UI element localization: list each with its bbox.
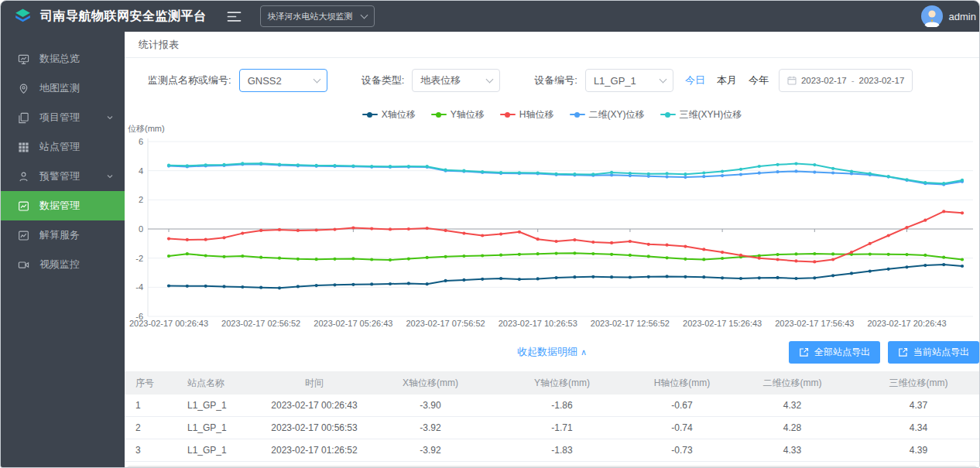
table-cell: L1_GP_1 xyxy=(183,439,256,462)
monitor-point-value: GNSS2 xyxy=(248,75,282,87)
svg-text:2023-02-17 10:26:53: 2023-02-17 10:26:53 xyxy=(499,319,577,328)
table-cell: -0.67 xyxy=(636,395,728,417)
column-header-6: 二维位移(mm) xyxy=(728,371,856,395)
project-selector[interactable]: 块泽河水电站大坝监测 xyxy=(260,5,375,27)
device-no-select[interactable]: L1_GP_1 xyxy=(585,69,673,92)
quick-range-month[interactable]: 本月 xyxy=(717,73,737,87)
table-cell: 3 xyxy=(125,439,183,462)
export-buttons: 全部站点导出 当前站点导出 xyxy=(789,341,979,364)
table-cell: 4.39 xyxy=(856,439,979,462)
legend-marker xyxy=(570,114,585,115)
sidebar-item-label: 站点管理 xyxy=(39,140,80,154)
column-header-2: 时间 xyxy=(256,371,372,395)
column-header-0: 序号 xyxy=(125,371,183,395)
quick-range-year[interactable]: 今年 xyxy=(749,73,769,87)
table-row: 3L1_GP_12023-02-17 01:26:52-3.92-1.83-0.… xyxy=(125,439,979,462)
calendar-icon xyxy=(787,76,797,85)
table-row: 2L1_GP_12023-02-17 00:56:53-3.92-1.71-0.… xyxy=(125,417,979,439)
x-axis-labels: 2023-02-17 00:26:432023-02-17 02:56:5220… xyxy=(129,319,947,328)
sidebar-item-data-chart[interactable]: 数据管理 xyxy=(1,191,125,220)
chevron-down-icon xyxy=(106,112,114,124)
svg-text:2023-02-17 02:56:52: 2023-02-17 02:56:52 xyxy=(221,319,300,328)
sidebar-item-video[interactable]: 视频监控 xyxy=(1,250,125,279)
svg-text:位移(mm): 位移(mm) xyxy=(128,124,165,133)
sidebar: 数据总览地图监测项目管理站点管理预警管理数据管理解算服务视频监控 xyxy=(1,32,125,467)
chevron-down-icon xyxy=(360,12,368,19)
table-cell: L1_GP_1 xyxy=(183,417,256,439)
table-cell: -1.86 xyxy=(488,395,636,417)
project-selector-value: 块泽河水电站大坝监测 xyxy=(268,11,353,22)
chevron-up-icon: ∧ xyxy=(581,347,587,357)
tab-statistics-report[interactable]: 统计报表 xyxy=(139,39,179,50)
sidebar-item-dashboard[interactable]: 数据总览 xyxy=(1,44,125,73)
table-row: 1L1_GP_12023-02-17 00:26:43-3.90-1.86-0.… xyxy=(125,395,979,417)
date-range-separator: - xyxy=(852,76,855,85)
column-header-7: 三维位移(mm) xyxy=(856,371,979,395)
table-cell: 2 xyxy=(125,417,183,439)
app-logo-icon xyxy=(13,7,33,26)
table-cell: 4.37 xyxy=(856,395,979,417)
chevron-down-icon xyxy=(659,76,666,84)
sidebar-item-label: 数据管理 xyxy=(39,199,80,213)
sidebar-item-label: 数据总览 xyxy=(39,52,80,66)
monitor-point-select[interactable]: GNSS2 xyxy=(239,69,327,92)
app-title: 司南导航物联网安全监测平台 xyxy=(40,9,207,25)
quick-range-today[interactable]: 今日 xyxy=(685,73,705,87)
alert-user-icon xyxy=(18,171,29,183)
svg-text:4: 4 xyxy=(139,166,143,176)
export-icon xyxy=(799,347,809,357)
table-cell: -0.73 xyxy=(636,439,728,462)
sidebar-item-alert-user[interactable]: 预警管理 xyxy=(1,162,125,191)
sidebar-item-label: 视频监控 xyxy=(39,258,80,272)
sidebar-collapse-icon[interactable] xyxy=(227,11,242,22)
map-pin-icon xyxy=(18,83,29,94)
column-header-4: Y轴位移(mm) xyxy=(488,371,636,395)
legend-item-0[interactable]: X轴位移 xyxy=(362,108,416,121)
legend-marker xyxy=(362,114,378,115)
export-all-stations-button[interactable]: 全部站点导出 xyxy=(789,341,880,364)
table-cell: 4.32 xyxy=(728,395,856,417)
device-no-label: 设备编号: xyxy=(534,73,577,87)
legend-label: H轴位移 xyxy=(519,108,554,121)
date-range-end: 2023-02-17 xyxy=(859,76,905,85)
table-cell: 2023-02-17 00:26:43 xyxy=(256,395,372,417)
legend-label: 三维(XYH)位移 xyxy=(680,108,742,121)
sidebar-item-project[interactable]: 项目管理 xyxy=(1,103,125,132)
user-menu[interactable]: admin xyxy=(921,5,976,27)
legend-item-4[interactable]: 三维(XYH)位移 xyxy=(660,108,742,121)
sidebar-nav: 数据总览地图监测项目管理站点管理预警管理数据管理解算服务视频监控 xyxy=(1,44,125,279)
svg-text:2: 2 xyxy=(139,195,143,204)
table-cell: 2023-02-17 01:26:52 xyxy=(256,439,372,462)
export-current-station-button[interactable]: 当前站点导出 xyxy=(888,341,979,364)
column-header-3: X轴位移(mm) xyxy=(372,371,488,395)
data-chart-icon xyxy=(18,200,29,212)
monitor-point-label: 监测点名称或编号: xyxy=(148,73,231,87)
legend-item-2[interactable]: H轴位移 xyxy=(500,108,554,121)
data-table: 序号站点名称时间X轴位移(mm)Y轴位移(mm)H轴位移(mm)二维位移(mm)… xyxy=(125,371,979,462)
grid-icon xyxy=(18,142,29,153)
legend-item-3[interactable]: 二维(XY)位移 xyxy=(570,108,645,121)
sidebar-item-grid[interactable]: 站点管理 xyxy=(1,132,125,162)
table-cell: -1.83 xyxy=(488,439,636,462)
date-range-start: 2023-02-17 xyxy=(801,76,847,85)
sidebar-item-compute-chart[interactable]: 解算服务 xyxy=(1,220,125,250)
username: admin xyxy=(949,11,976,22)
device-type-select[interactable]: 地表位移 xyxy=(412,69,500,92)
date-range-picker[interactable]: 2023-02-17 - 2023-02-17 xyxy=(779,69,913,92)
chevron-down-icon xyxy=(313,76,320,84)
table-cell: -3.92 xyxy=(372,439,488,462)
legend-item-1[interactable]: Y轴位移 xyxy=(431,108,485,121)
chevron-down-icon xyxy=(106,171,114,183)
horizontal-scrollbar[interactable] xyxy=(127,466,977,467)
table-cell: 2023-02-17 00:56:53 xyxy=(256,417,372,439)
sidebar-item-map-pin[interactable]: 地图监测 xyxy=(1,73,125,103)
legend-label: Y轴位移 xyxy=(451,108,485,121)
sidebar-item-label: 预警管理 xyxy=(39,169,80,183)
series-line-0 xyxy=(169,265,962,288)
table-cell: L1_GP_1 xyxy=(183,395,256,417)
device-no-value: L1_GP_1 xyxy=(594,75,636,87)
compute-chart-icon xyxy=(18,230,29,241)
svg-text:-2: -2 xyxy=(135,254,143,263)
export-icon xyxy=(898,347,908,357)
table-cell: -3.90 xyxy=(372,395,488,417)
